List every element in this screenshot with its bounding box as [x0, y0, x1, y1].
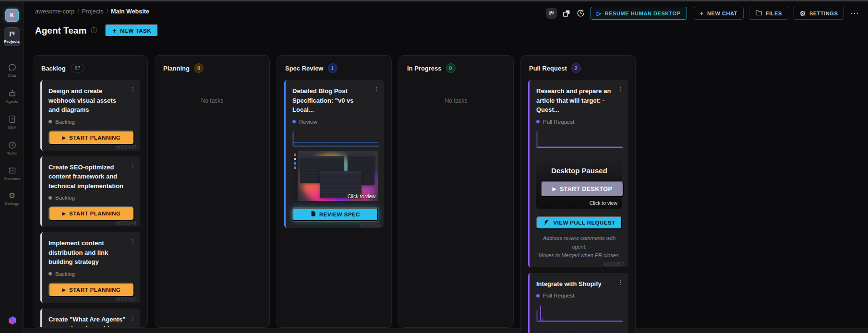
kanban-icon: [8, 30, 16, 38]
status-dot: [536, 294, 540, 297]
click-to-view-label: Click to view: [348, 193, 375, 199]
column-header: Backlog 87: [33, 56, 147, 80]
column-title: Planning: [163, 65, 190, 72]
window-icon[interactable]: [562, 9, 571, 18]
column-title: Backlog: [41, 65, 66, 72]
view-pull-request-button[interactable]: VIEW PULL REQUEST: [536, 216, 622, 229]
column-count-badge: 2: [572, 64, 580, 72]
breadcrumb-projects[interactable]: Projects: [82, 8, 103, 15]
robot-icon: [8, 89, 17, 98]
play-icon: ▶: [62, 287, 66, 292]
play-outline-icon: ▷: [597, 10, 602, 17]
app-window: K Projects Chat Agents ? Q&A: [0, 0, 868, 333]
status-dot: [292, 120, 296, 123]
svg-text:?: ?: [11, 117, 13, 121]
gear-icon: ⚙: [800, 10, 806, 17]
task-title: Create SEO-optimized content framework a…: [48, 163, 134, 191]
kebab-menu-icon[interactable]: ⋮: [617, 279, 624, 286]
column-title: Pull Request: [529, 65, 567, 72]
avatar[interactable]: K: [5, 9, 19, 22]
column-pull-request: Pull Request 2 Research and prepare an a…: [520, 55, 636, 333]
task-card[interactable]: Implement content distribution and link …: [40, 232, 140, 303]
start-planning-button[interactable]: ▶START PLANNING: [48, 283, 134, 297]
files-button[interactable]: FILES: [749, 7, 788, 20]
column-count-badge: 1: [328, 64, 337, 72]
plus-icon: +: [112, 27, 117, 35]
status-label: Backlog: [55, 271, 75, 277]
review-spec-button[interactable]: REVIEW SPEC: [292, 208, 378, 221]
task-card[interactable]: Detailed Blog Post Specification: "v0 vs…: [284, 80, 384, 228]
desktop-paused-panel: Desktop Paused ▶START DESKTOP Click to v…: [536, 156, 622, 209]
start-desktop-button[interactable]: ▶START DESKTOP: [541, 181, 624, 197]
task-card[interactable]: Research and prepare an article that wil…: [528, 80, 628, 267]
kebab-menu-icon[interactable]: ⋮: [130, 86, 136, 93]
kanban-board: Backlog 87 Design and create webhook vis…: [33, 55, 636, 333]
task-title: Design and create webhook visual assets …: [48, 86, 134, 115]
column-header: In Progress 0: [399, 56, 513, 80]
task-card[interactable]: Create SEO-optimized content framework a…: [40, 156, 140, 227]
column-title: Spec Review: [285, 65, 324, 72]
sidebar-item-label: Chat: [8, 73, 16, 78]
task-title: Create "What Are Agents" comprehensive g…: [48, 315, 134, 328]
history-icon[interactable]: [576, 9, 585, 18]
settings-button[interactable]: ⚙ SETTINGS: [794, 7, 844, 20]
status-dot: [48, 120, 52, 123]
thumbnail-dock: [292, 151, 298, 201]
desktop-paused-title: Desktop Paused: [541, 166, 617, 175]
sidebar-item-projects[interactable]: Projects: [4, 27, 20, 46]
kebab-menu-icon[interactable]: ⋮: [617, 86, 624, 93]
task-card[interactable]: Create "What Are Agents" comprehensive g…: [40, 309, 140, 328]
column-backlog: Backlog 87 Design and create webhook vis…: [33, 55, 148, 328]
sidebar-item-label: Agents: [6, 99, 18, 104]
sidebar-item-label: Providers: [3, 177, 20, 181]
column-planning: Planning 0 No tasks: [155, 55, 270, 328]
status-label: Backlog: [55, 119, 75, 125]
clock-icon: [8, 141, 17, 150]
column-header: Spec Review 1: [277, 56, 391, 80]
task-title: Research and prepare an article that wil…: [536, 86, 622, 115]
start-planning-button[interactable]: ▶START PLANNING: [48, 131, 134, 145]
kanban-board-icon[interactable]: [546, 8, 557, 19]
sidebar-item-qa[interactable]: ? Q&A: [0, 115, 24, 130]
sidebar-item-tasks[interactable]: Tasks: [0, 141, 24, 155]
resume-human-desktop-button[interactable]: ▷ RESUME HUMAN DESKTOP: [591, 7, 687, 20]
info-icon[interactable]: ⓘ: [91, 26, 97, 35]
chat-bubble-icon: [8, 63, 17, 72]
column-count-badge: 0: [194, 64, 203, 72]
kebab-menu-icon[interactable]: ⋮: [130, 314, 136, 321]
status-label: Pull Request: [543, 119, 574, 125]
task-title: Implement content distribution and link …: [48, 238, 134, 267]
question-doc-icon: ?: [8, 115, 17, 124]
play-icon: ▶: [553, 186, 556, 191]
start-planning-button[interactable]: ▶START PLANNING: [48, 206, 134, 221]
sidebar-item-providers[interactable]: Providers: [0, 166, 24, 181]
sidebar-item-agents[interactable]: Agents: [0, 89, 24, 104]
status-label: Backlog: [55, 195, 75, 201]
task-card[interactable]: Design and create webhook visual assets …: [40, 80, 140, 151]
sidebar-item-settings[interactable]: ⚙ Settings: [0, 191, 24, 206]
kebab-menu-icon[interactable]: ⋮: [130, 162, 136, 169]
sidebar-item-label: Tasks: [7, 151, 17, 155]
sidebar-item-chat[interactable]: Chat: [0, 63, 24, 78]
status-label: Review: [299, 119, 317, 125]
more-menu-button[interactable]: ⋯: [849, 8, 860, 18]
status-label: Pull Request: [543, 293, 574, 298]
breadcrumb-current: Main Website: [111, 8, 149, 15]
click-to-view-label[interactable]: Click to view: [541, 200, 617, 206]
column-count-badge: 0: [446, 64, 455, 72]
column-count-badge: 87: [71, 64, 85, 72]
desktop-thumbnail[interactable]: Click to view: [292, 151, 378, 201]
status-dot: [536, 120, 540, 123]
app-logo: [6, 315, 19, 327]
breadcrumb-separator: /: [77, 8, 79, 15]
kebab-menu-icon[interactable]: ⋮: [130, 238, 136, 245]
ticket-id: #000057: [603, 261, 624, 267]
new-chat-button[interactable]: + NEW CHAT: [694, 7, 744, 20]
breadcrumb-org[interactable]: awesome-corp: [35, 8, 74, 15]
new-task-button[interactable]: + NEW TASK: [105, 24, 158, 37]
kebab-menu-icon[interactable]: ⋮: [374, 86, 380, 93]
task-card[interactable]: Integrate with Shopify ⋮ Pull Request De…: [528, 273, 628, 333]
desktop-paused-panel: Desktop Paused ▶START DESKTOP: [536, 330, 622, 333]
ticket-id: #000141: [116, 297, 136, 302]
ticket-id: #000144: [116, 220, 136, 226]
